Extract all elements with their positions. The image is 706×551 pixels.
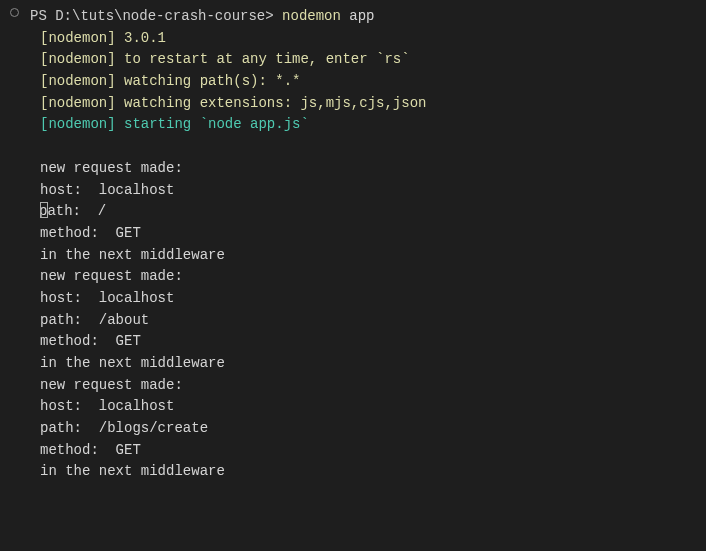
log-line: in the next middleware — [30, 353, 696, 375]
nodemon-watching-paths: [nodemon] watching path(s): *.* — [30, 71, 696, 93]
nodemon-watching-ext: [nodemon] watching extensions: js,mjs,cj… — [30, 93, 696, 115]
log-line: host: localhost — [30, 180, 696, 202]
prompt-prefix: PS — [30, 8, 55, 24]
log-line: method: GET — [30, 331, 696, 353]
log-line: path: /blogs/create — [30, 418, 696, 440]
prompt-symbol: > — [265, 8, 282, 24]
blank-line — [30, 136, 696, 158]
prompt-path: D:\tuts\node-crash-course — [55, 8, 265, 24]
log-line: new request made: — [30, 375, 696, 397]
cursor-icon — [40, 202, 48, 218]
command-arg: app — [341, 8, 375, 24]
prompt-line: PS D:\tuts\node-crash-course> nodemon ap… — [30, 6, 696, 28]
log-line: in the next middleware — [30, 461, 696, 483]
log-line: method: GET — [30, 440, 696, 462]
log-line: host: localhost — [30, 288, 696, 310]
log-line: new request made: — [30, 266, 696, 288]
nodemon-restart-hint: [nodemon] to restart at any time, enter … — [30, 49, 696, 71]
command-name: nodemon — [282, 8, 341, 24]
terminal-output[interactable]: PS D:\tuts\node-crash-course> nodemon ap… — [0, 6, 706, 483]
nodemon-version: [nodemon] 3.0.1 — [30, 28, 696, 50]
log-line: host: localhost — [30, 396, 696, 418]
log-text: path: / — [39, 203, 106, 219]
log-line: method: GET — [30, 223, 696, 245]
nodemon-starting: [nodemon] starting `node app.js` — [30, 114, 696, 136]
gutter-marker-icon — [10, 8, 19, 17]
log-line: path: /about — [30, 310, 696, 332]
log-line: new request made: — [30, 158, 696, 180]
log-line: path: / — [30, 201, 696, 223]
log-line: in the next middleware — [30, 245, 696, 267]
